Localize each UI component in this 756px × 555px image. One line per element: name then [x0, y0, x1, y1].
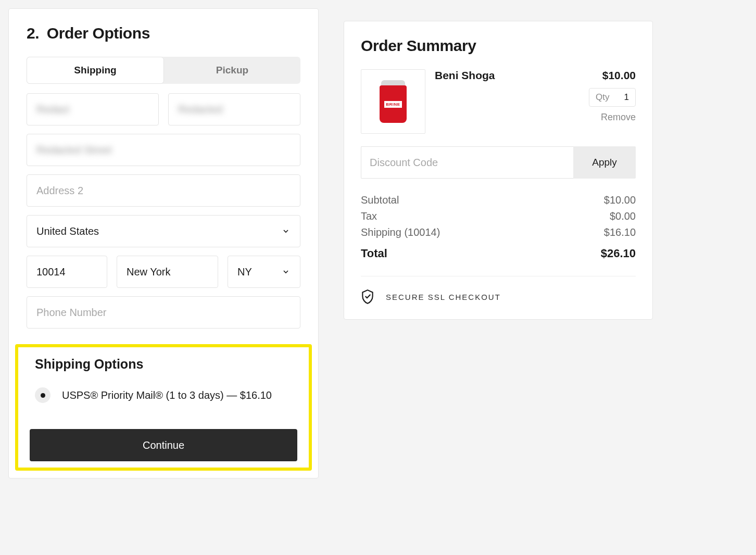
- tax-value: $0.00: [610, 210, 636, 222]
- shipping-option-label: USPS® Priority Mail® (1 to 3 days) — $16…: [62, 389, 272, 401]
- apply-discount-button[interactable]: Apply: [573, 146, 636, 179]
- cart-item: BRINE Beni Shoga $10.00 Qty 1 Remove: [361, 69, 636, 134]
- delivery-tabs: Shipping Pickup: [27, 57, 300, 84]
- tab-pickup[interactable]: Pickup: [164, 57, 300, 84]
- order-options-panel: 2. Order Options Shipping Pickup Redact …: [8, 8, 319, 478]
- discount-row: Apply: [361, 146, 636, 179]
- qty-value: 1: [624, 92, 629, 103]
- subtotal-label: Subtotal: [361, 194, 399, 206]
- continue-button[interactable]: Continue: [30, 429, 297, 461]
- phone-input[interactable]: [36, 307, 291, 319]
- city-value: New York: [127, 266, 171, 278]
- total-value: $26.10: [601, 247, 636, 260]
- shipping-value: $16.10: [604, 226, 636, 238]
- phone-field[interactable]: [27, 296, 300, 329]
- qty-label: Qty: [596, 92, 609, 103]
- subtotal-value: $10.00: [604, 194, 636, 206]
- shipping-options-title: Shipping Options: [35, 357, 297, 372]
- shield-check-icon: [361, 289, 374, 305]
- country-value: United States: [36, 225, 99, 237]
- order-options-title: 2. Order Options: [27, 24, 300, 42]
- zip-value: 10014: [36, 266, 66, 278]
- last-name-value: Redacted: [178, 104, 223, 116]
- remove-item-link[interactable]: Remove: [435, 112, 636, 123]
- item-name: Beni Shoga: [435, 69, 495, 82]
- first-name-value: Redact: [36, 104, 69, 116]
- shipping-label: Shipping (10014): [361, 226, 440, 238]
- address2-field[interactable]: [27, 174, 300, 207]
- address1-field[interactable]: Redacted Street: [27, 134, 300, 166]
- chevron-down-icon: [281, 267, 291, 276]
- totals-block: Subtotal $10.00 Tax $0.00 Shipping (1001…: [361, 194, 636, 260]
- ssl-row: SECURE SSL CHECKOUT: [361, 289, 636, 305]
- zip-field[interactable]: 10014: [27, 256, 107, 288]
- state-value: NY: [237, 266, 252, 278]
- product-thumbnail: BRINE: [361, 69, 425, 134]
- total-label: Total: [361, 247, 387, 260]
- tax-label: Tax: [361, 210, 377, 222]
- address1-value: Redacted Street: [36, 144, 112, 156]
- address2-input[interactable]: [36, 185, 291, 197]
- shipping-options-highlight: Shipping Options USPS® Priority Mail® (1…: [15, 344, 312, 471]
- quantity-stepper[interactable]: Qty 1: [589, 88, 636, 107]
- country-select[interactable]: United States: [27, 215, 300, 247]
- radio-selected-icon[interactable]: [35, 387, 51, 403]
- shipping-option-row[interactable]: USPS® Priority Mail® (1 to 3 days) — $16…: [35, 387, 297, 403]
- chevron-down-icon: [281, 226, 291, 236]
- jar-icon: BRINE: [377, 80, 409, 123]
- order-summary-panel: Order Summary BRINE Beni Shoga $10.00 Qt…: [344, 21, 653, 320]
- ssl-text: SECURE SSL CHECKOUT: [386, 293, 501, 301]
- city-field[interactable]: New York: [117, 256, 218, 288]
- tab-shipping[interactable]: Shipping: [27, 57, 164, 84]
- discount-code-input[interactable]: [361, 146, 573, 179]
- state-select[interactable]: NY: [228, 256, 300, 288]
- order-summary-title: Order Summary: [361, 37, 636, 55]
- last-name-field[interactable]: Redacted: [168, 93, 300, 125]
- item-price: $10.00: [602, 69, 636, 82]
- divider: [361, 276, 636, 276]
- first-name-field[interactable]: Redact: [27, 93, 159, 125]
- jar-label: BRINE: [384, 101, 401, 108]
